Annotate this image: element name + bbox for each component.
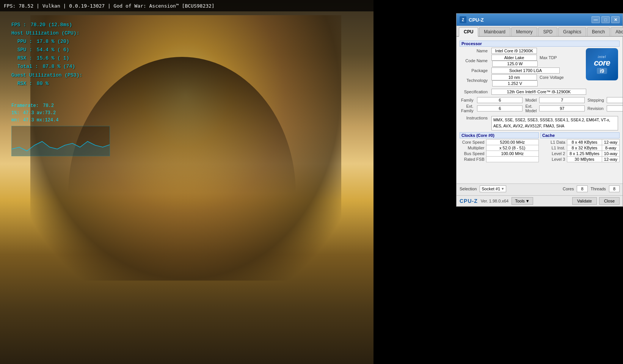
tools-button[interactable]: Tools ▼ <box>512 197 533 205</box>
l1-inst-way: 8-way <box>602 145 620 151</box>
instructions-label: Instructions <box>460 115 490 131</box>
codename-row: Code Name Alder Lake Max TDP 125.0 W <box>460 54 583 67</box>
instructions-value-box: MMX, SSE, SSE2, SSE3, SSSE3, SSE4.1, SSE… <box>491 116 618 130</box>
level2-label: Level 2 <box>540 151 567 156</box>
level2-way: 10-way <box>602 151 620 156</box>
tab-graphics[interactable]: Graphics <box>558 27 586 36</box>
selection-dropdown[interactable]: Socket #1 ▼ <box>480 185 506 192</box>
cache-table: L1 Data 8 x 48 KBytes 12-way L1 Inst. 8 … <box>540 139 620 162</box>
processor-details: Name Intel Core i9 12900K Code Name Alde… <box>460 47 583 88</box>
clocks-table: Core Speed 5200.00 MHz Multiplier x 52.0… <box>460 139 539 162</box>
ext-family-value: 6 <box>475 104 524 113</box>
specification-value-box: 12th Gen Intel® Core™ i9-12900K <box>491 89 586 95</box>
specification-table: Specification 12th Gen Intel® Core™ i9-1… <box>460 88 620 95</box>
intel-i9-badge: i9 <box>597 68 607 74</box>
framerate-value: 78.2 <box>43 103 54 108</box>
codename-label: Code Name <box>460 54 490 67</box>
total-label: Total : <box>17 64 38 69</box>
tab-spd[interactable]: SPD <box>538 27 557 36</box>
cpuz-brand: CPU-Z <box>460 198 478 204</box>
cpuz-window-icon: Z <box>460 16 466 23</box>
host-util-header: Host Utilization (CPU): <box>11 29 118 38</box>
spu-value: 54.4 % ( 6) <box>37 47 69 53</box>
package-label: Package <box>460 67 490 74</box>
bottom-section: Selection Socket #1 ▼ Cores 8 Threads 8 <box>457 184 623 195</box>
minimize-button[interactable]: — <box>592 16 600 23</box>
ext-model-label: Ext. Model <box>524 104 538 113</box>
package-value-box: Socket 1700 LGA <box>491 67 560 74</box>
instructions-value: MMX, SSE, SSE2, SSE3, SSSE3, SSE4.1, SSE… <box>490 115 620 131</box>
bus-speed-label: Bus Speed <box>460 151 486 156</box>
l1-data-value: 8 x 48 KBytes <box>567 139 602 145</box>
maximize-button[interactable]: □ <box>601 16 610 23</box>
name-label: Name <box>460 47 490 54</box>
technology-value: 10 nm Core Voltage 1.252 V <box>490 74 583 87</box>
validate-button[interactable]: Validate <box>572 197 597 205</box>
fps-title-bar: FPS: 78.52 | Vulkan | 0.0.19-13027 | God… <box>0 0 373 11</box>
codename-value-box: Alder Lake <box>491 55 537 61</box>
total-value: 87.8 % (74) <box>42 64 75 69</box>
window-title: CPU-Z <box>469 17 484 23</box>
l1-data-label: L1 Data <box>540 139 567 145</box>
close-button[interactable]: Close <box>599 197 620 205</box>
guest-rsx-value: 80 % <box>37 81 49 86</box>
tab-mainboard[interactable]: Mainboard <box>479 27 510 36</box>
stepping-label: Stepping <box>586 97 605 104</box>
rated-fsb-row: Rated FSB <box>460 156 539 162</box>
processor-section-header: Processor <box>460 41 620 47</box>
percentile-line: 1%: 47.3 av:73.2 <box>11 110 118 117</box>
tools-arrow-icon: ▼ <box>526 199 530 203</box>
model-value-box: 7 <box>539 97 585 103</box>
tab-bar: CPU Mainboard Memory SPD Graphics Bench … <box>457 26 623 37</box>
codename-value: Alder Lake Max TDP 125.0 W <box>490 54 583 67</box>
specification-row: Specification 12th Gen Intel® Core™ i9-1… <box>460 88 620 95</box>
fps-value: 78.20 (12.8ms) <box>31 22 72 28</box>
tab-about[interactable]: About <box>610 27 623 36</box>
family-table: Family 6 Model 7 Stepping 2 Ext. Family … <box>460 97 623 113</box>
sparkline-graph <box>11 126 110 156</box>
fps-bar-text: FPS: 78.52 | Vulkan | 0.0.19-13027 | God… <box>4 3 215 9</box>
guest-rsx-line: RSX : 80 % <box>11 80 118 88</box>
level2-row: Level 2 8 x 1.25 MBytes 10-way <box>540 151 620 156</box>
dropdown-arrow-icon: ▼ <box>501 187 504 191</box>
cache-column: Cache L1 Data 8 x 48 KBytes 12-way L1 In… <box>540 132 620 162</box>
level2-value: 8 x 1.25 MBytes <box>567 151 602 156</box>
spu-line: SPU : 54.4 % ( 6) <box>11 46 118 54</box>
spu-label: SPU : <box>17 47 32 53</box>
ext-family-row: Ext. Family 6 Ext. Model 97 Revision C0 <box>460 104 623 113</box>
ext-model-value-box: 97 <box>539 105 585 111</box>
level3-label: Level 3 <box>540 156 567 162</box>
ppu-label: PPU : <box>17 39 32 44</box>
cores-label: Cores <box>563 187 574 191</box>
fps-line: FPS : 78.20 (12.8ms) <box>11 21 118 29</box>
instructions-table: Instructions MMX, SSE, SSE2, SSE3, SSSE3… <box>460 115 620 131</box>
percentile-1-value: 47.3 av:73.2 <box>23 110 56 116</box>
game-background: FPS: 78.52 | Vulkan | 0.0.19-13027 | God… <box>0 0 373 364</box>
l1-data-row: L1 Data 8 x 48 KBytes 12-way <box>540 139 620 145</box>
close-window-button[interactable]: ✕ <box>611 16 620 23</box>
tab-cpu[interactable]: CPU <box>459 27 478 37</box>
tab-bench[interactable]: Bench <box>587 27 610 36</box>
core-speed-value: 5200.00 MHz <box>486 139 539 145</box>
package-row: Package Socket 1700 LGA <box>460 67 583 74</box>
name-value: Intel Core i9 12900K <box>490 47 583 54</box>
tab-memory[interactable]: Memory <box>511 27 537 36</box>
l1-inst-row: L1 Inst. 8 x 32 KBytes 8-way <box>540 145 620 151</box>
ext-family-value-box: 6 <box>477 105 523 111</box>
instructions-row: Instructions MMX, SSE, SSE2, SSE3, SSSE3… <box>460 115 620 131</box>
max-tdp-value: 125.0 W <box>492 61 538 67</box>
family-value-box: 6 <box>477 97 523 103</box>
multiplier-value: x 52.0 (8 - 51) <box>486 145 539 151</box>
stats-overlay: FPS : 78.20 (12.8ms) Host Utilization (C… <box>11 21 118 88</box>
rsx-value: 15.6 % ( 1) <box>37 55 69 61</box>
level3-row: Level 3 30 MBytes 12-way <box>540 156 620 162</box>
rated-fsb-label: Rated FSB <box>460 156 486 162</box>
ppu-value: 17.8 % (20) <box>37 39 69 44</box>
version-number: Ver. 1.98.0.x64 <box>481 199 508 203</box>
core-voltage-label: Core Voltage <box>540 75 564 80</box>
rated-fsb-value <box>486 156 539 162</box>
revision-value-box: C0 <box>607 105 623 111</box>
ppu-line: PPU : 17.8 % (20) <box>11 38 118 46</box>
family-row: Family 6 Model 7 Stepping 2 <box>460 97 623 104</box>
percentile-1-label: 1%: <box>11 110 20 116</box>
